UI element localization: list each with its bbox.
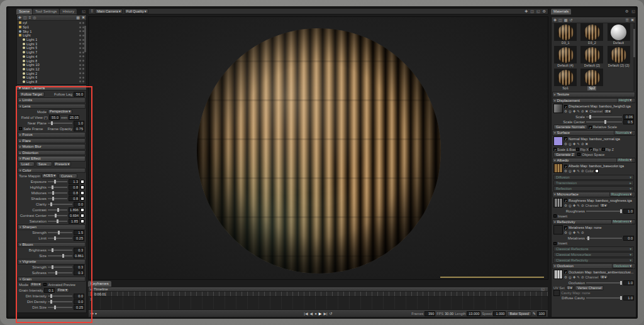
section-grain[interactable]: ▾Grain	[18, 277, 86, 282]
occlusion-map-thumbnail[interactable]	[553, 270, 563, 279]
fullscreen-icon[interactable]: ◱	[536, 9, 540, 14]
picker-icon[interactable]: ◎	[569, 142, 572, 146]
new-folder-icon[interactable]: ▩	[76, 15, 80, 21]
flip-z-checkbox[interactable]	[602, 148, 605, 151]
slider-knob[interactable]	[52, 197, 54, 201]
slider-track[interactable]	[48, 192, 67, 194]
section-reflection[interactable]: Reflection▾	[553, 186, 634, 191]
edit-icon[interactable]: ✎	[577, 169, 580, 173]
slider-knob[interactable]	[52, 191, 54, 195]
section-surface[interactable]: ▾ Surface Normals▾	[552, 130, 635, 136]
fov-value[interactable]: 55.0	[49, 115, 60, 120]
picker-icon[interactable]: ◎	[569, 169, 572, 173]
clear-icon[interactable]: ⊘	[581, 109, 584, 113]
slider-value[interactable]: 1.85	[69, 219, 79, 224]
material-thumbnail[interactable]: Default (2)	[579, 46, 605, 68]
roughness-map-name[interactable]: Roughness Map: bamboo_roughness.tga	[569, 199, 632, 202]
skip-start-button[interactable]: |◀	[304, 311, 308, 317]
slider-value[interactable]: 0.8	[69, 190, 79, 196]
diffuse-cavity-value[interactable]: 1.0	[623, 295, 634, 300]
fov-mm-value[interactable]: 25.05	[69, 115, 79, 120]
classical-section-bar[interactable]: Classical Microsurface ▾	[553, 252, 634, 257]
quality-select-dropdown[interactable]: Full Quality▾	[125, 9, 148, 14]
slider-knob[interactable]	[55, 214, 57, 218]
add-icon[interactable]: ✚	[573, 204, 576, 207]
playhead-marker[interactable]	[91, 292, 92, 296]
near-plane-slider[interactable]	[48, 123, 72, 124]
edit-icon[interactable]: ✎	[533, 311, 536, 317]
displacement-map-name[interactable]: Displacement Map: bamboo_height3.tga	[569, 104, 631, 108]
collapsed-section-header[interactable]: ▸ Flare	[18, 138, 86, 144]
tone-mapping-dropdown[interactable]: ACES▾	[42, 174, 57, 179]
scene-tree-item[interactable]: Sky 1	[17, 29, 86, 33]
delete-icon[interactable]: ✖	[586, 142, 589, 146]
follow-lag-value[interactable]: 56.0	[74, 92, 84, 97]
scene-tree-item[interactable]: Light 6	[17, 75, 86, 80]
follow-target-button[interactable]: Follow Target	[19, 92, 45, 97]
frames-value[interactable]: 390	[425, 311, 435, 316]
roughness-slider[interactable]	[586, 211, 622, 212]
bake-speed-button[interactable]: Bake Speed	[507, 311, 531, 316]
drag-handle-icon[interactable]: ⠿	[91, 9, 93, 14]
material-preview[interactable]	[580, 23, 603, 41]
occlusion-map-name[interactable]: Occlusion Map: bamboo_ambientocclusi...	[569, 270, 633, 274]
slider-track[interactable]	[48, 307, 72, 308]
edit-icon[interactable]: ✎	[577, 204, 580, 207]
section-texture[interactable]: ▸ Texture	[552, 92, 635, 97]
delete-icon[interactable]: ✖	[82, 15, 85, 21]
material-preview[interactable]	[608, 23, 630, 41]
material-preview[interactable]	[554, 46, 577, 63]
safe-frame-checkbox[interactable]	[19, 127, 22, 130]
play-backward-button[interactable]: ◀	[310, 311, 313, 317]
list-icon[interactable]: ≡	[29, 15, 31, 21]
picker-icon[interactable]: ◎	[569, 275, 572, 279]
collapsed-section-header[interactable]: ▸ Motion Blur	[18, 144, 86, 150]
grain-type-dropdown[interactable]: Fine▾	[56, 288, 69, 293]
material-thumbnail[interactable]: Sp1	[552, 69, 579, 91]
search-icon[interactable]: ◎	[33, 15, 36, 21]
slider-track[interactable]	[48, 221, 67, 222]
add-icon[interactable]: ✚	[573, 169, 576, 173]
microsurface-type-dropdown[interactable]: Roughness▾	[609, 192, 633, 197]
add-icon[interactable]: ✚	[573, 109, 576, 113]
material-preview[interactable]	[554, 69, 577, 86]
color-swatch[interactable]	[80, 185, 84, 189]
length-value[interactable]: 13.000	[467, 311, 480, 316]
slider-value[interactable]: 0.0	[74, 202, 84, 207]
slider-track[interactable]	[48, 209, 67, 211]
metalness-map-thumbnail[interactable]	[553, 225, 563, 234]
scene-tree-item[interactable]: Light 1	[17, 38, 86, 42]
channel-dropdown[interactable]: R▾	[599, 203, 608, 207]
slider-track[interactable]	[48, 295, 72, 297]
classical-section-bar[interactable]: Classical Reflections ▾	[553, 246, 634, 251]
save-button[interactable]: Save...	[36, 162, 52, 167]
clear-icon[interactable]: ⊘	[581, 142, 584, 146]
material-folder-icon[interactable]: ▩	[564, 18, 568, 23]
delete-material-icon[interactable]: ✖	[631, 18, 634, 23]
grid-icon[interactable]: ◫	[530, 9, 534, 14]
snapshot-icon[interactable]: ✚	[525, 9, 528, 14]
material-preview[interactable]	[580, 46, 603, 63]
section-albedo[interactable]: ▾ Albedo Albedo▾	[552, 158, 635, 163]
bamboo-sphere-model[interactable]	[197, 28, 441, 273]
albedo-type-dropdown[interactable]: Albedo▾	[616, 158, 633, 163]
picker-icon[interactable]: ◎	[569, 204, 572, 207]
occlusion-type-dropdown[interactable]: Occlusion▾	[612, 263, 633, 268]
slider-track[interactable]	[48, 215, 67, 216]
albedo-map-thumbnail[interactable]	[553, 163, 563, 173]
flip-y-checkbox[interactable]: ✓	[589, 148, 592, 151]
materials-scrollbar[interactable]	[633, 23, 635, 91]
add-icon[interactable]: ✚	[573, 231, 576, 234]
slider-track[interactable]	[48, 187, 67, 188]
timeline-zoom-value[interactable]: 100	[537, 311, 546, 316]
speed-value[interactable]: 1.000	[493, 311, 506, 316]
scene-tree-item[interactable]: cyl	[17, 21, 86, 25]
metalness-value[interactable]: 0.0	[623, 236, 634, 241]
cavity-map-name[interactable]: Cavity Map: none	[561, 291, 591, 295]
normal-map-thumbnail[interactable]	[553, 136, 563, 146]
timeline-track-area[interactable]: 1	[88, 297, 548, 310]
metalness-invert-checkbox[interactable]	[553, 242, 557, 245]
section-displacement[interactable]: ▾ Displacement Height▾	[552, 98, 635, 104]
uv-set-dropdown[interactable]: 0▾	[566, 285, 574, 290]
material-preview[interactable]	[608, 46, 630, 63]
